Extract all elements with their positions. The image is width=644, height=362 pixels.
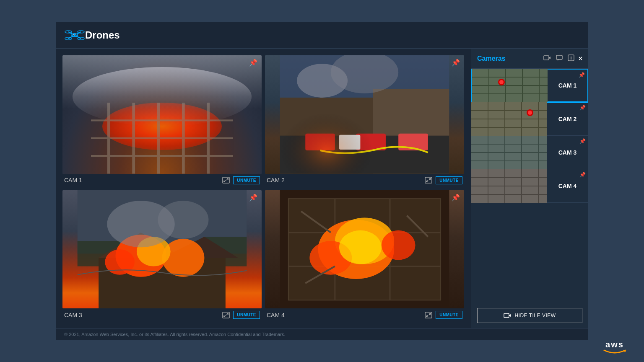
camera-list-label-4: CAM 4 bbox=[547, 181, 588, 191]
hide-tile-video-icon bbox=[504, 313, 511, 318]
sidebar-title: Cameras bbox=[477, 55, 506, 62]
expand-icon-cam4 bbox=[425, 312, 432, 318]
cam2-label: CAM 2 bbox=[267, 177, 425, 184]
svg-point-76 bbox=[571, 56, 571, 57]
video-grid: 📌 CAM 1 UNMUTE bbox=[56, 49, 471, 328]
aws-smile-icon bbox=[602, 349, 627, 355]
cam4-expand-btn[interactable] bbox=[425, 312, 432, 318]
svg-point-86 bbox=[499, 80, 504, 84]
camera-list-item-1[interactable]: CAM 1 📌 bbox=[471, 69, 588, 102]
header: Drones bbox=[56, 22, 588, 49]
video-controls-cam4: CAM 4 UNMUTE bbox=[265, 308, 464, 321]
video-frame-cam4: 📌 bbox=[265, 190, 464, 309]
expand-icon-cam3 bbox=[222, 312, 230, 318]
camera-pin-1: 📌 bbox=[579, 72, 585, 78]
pin-icon-cam4[interactable]: 📌 bbox=[452, 194, 460, 202]
svg-point-62 bbox=[382, 230, 415, 260]
svg-rect-67 bbox=[425, 312, 432, 318]
expand-icon-cam2 bbox=[425, 177, 432, 184]
sidebar-header: Cameras bbox=[471, 49, 588, 69]
cam3-unmute-btn[interactable]: UNMUTE bbox=[233, 311, 260, 319]
svg-point-12 bbox=[75, 34, 76, 35]
thumb-svg-4 bbox=[471, 169, 547, 203]
camera-pin-3: 📌 bbox=[579, 138, 586, 144]
video-icon bbox=[543, 55, 551, 61]
thumb-svg-3 bbox=[471, 136, 547, 169]
svg-point-46 bbox=[105, 249, 135, 275]
cam2-unmute-btn[interactable]: UNMUTE bbox=[436, 176, 462, 184]
video-frame-cam3: 📌 bbox=[62, 190, 262, 309]
footer: © 2021, Amazon Web Services, Inc. or its… bbox=[56, 328, 588, 340]
cam3-label: CAM 3 bbox=[64, 312, 222, 318]
video-frame-cam1: 📌 bbox=[62, 55, 262, 174]
pin-icon-cam3[interactable]: 📌 bbox=[249, 194, 257, 202]
scene-svg-cam4 bbox=[265, 190, 464, 309]
expand-icon-cam1 bbox=[222, 177, 230, 184]
chat-icon bbox=[556, 55, 563, 61]
pin-icon-cam1[interactable]: 📌 bbox=[249, 59, 257, 67]
video-cell-cam3: 📌 CAM 3 UNMUTE bbox=[62, 190, 262, 322]
camera-thumb-3 bbox=[471, 136, 547, 169]
camera-list-label-3: CAM 3 bbox=[547, 147, 588, 158]
thumb-svg-1 bbox=[472, 69, 548, 102]
camera-list-label-2: CAM 2 bbox=[547, 114, 588, 124]
video-feed-cam4 bbox=[265, 190, 464, 309]
smoke-overlay-cam1 bbox=[62, 55, 262, 109]
thumb-svg-2 bbox=[471, 102, 547, 136]
svg-rect-32 bbox=[280, 98, 373, 174]
video-feed-cam2 bbox=[265, 55, 464, 174]
svg-rect-72 bbox=[556, 55, 562, 59]
camera-list-item-3[interactable]: CAM 3 📌 bbox=[471, 136, 588, 169]
video-feed-cam1 bbox=[62, 55, 262, 174]
sidebar-info-icon-btn[interactable] bbox=[567, 54, 575, 63]
sidebar-video-icon-btn[interactable] bbox=[543, 54, 552, 63]
cam4-unmute-btn[interactable]: UNMUTE bbox=[436, 311, 462, 319]
video-cell-cam2: 📌 CAM 2 UNMUTE bbox=[265, 55, 464, 187]
cam1-expand-btn[interactable] bbox=[222, 177, 230, 184]
camera-list-item-4[interactable]: CAM 4 📌 bbox=[471, 169, 588, 203]
sidebar: Cameras bbox=[471, 49, 588, 328]
drone-logo bbox=[64, 27, 85, 44]
camera-pin-2: 📌 bbox=[579, 105, 586, 111]
camera-pin-4: 📌 bbox=[579, 172, 586, 178]
svg-point-49 bbox=[158, 201, 208, 239]
svg-rect-35 bbox=[425, 177, 432, 183]
camera-list-item-2[interactable]: CAM 2 📌 bbox=[471, 102, 588, 136]
cam3-expand-btn[interactable] bbox=[222, 312, 230, 318]
svg-point-11 bbox=[73, 34, 74, 35]
cam1-label: CAM 1 bbox=[64, 177, 222, 184]
video-cell-cam4: 📌 CAM 4 UNMUTE bbox=[265, 190, 464, 322]
camera-thumb-1 bbox=[472, 69, 548, 102]
sidebar-close-btn[interactable]: × bbox=[579, 55, 582, 62]
video-controls-cam1: CAM 1 UNMUTE bbox=[62, 174, 262, 187]
svg-rect-21 bbox=[223, 177, 229, 183]
svg-rect-113 bbox=[504, 313, 509, 318]
page-title: Drones bbox=[85, 29, 120, 41]
cam2-expand-btn[interactable] bbox=[425, 177, 432, 184]
sidebar-icons: × bbox=[543, 54, 582, 63]
hide-tile-label: HIDE TILE VIEW bbox=[514, 313, 556, 318]
cam1-unmute-btn[interactable]: UNMUTE bbox=[233, 176, 260, 184]
svg-rect-70 bbox=[544, 56, 549, 60]
video-feed-cam3 bbox=[62, 190, 262, 309]
aws-logo: aws bbox=[602, 340, 627, 355]
svg-rect-50 bbox=[223, 312, 229, 318]
video-controls-cam3: CAM 3 UNMUTE bbox=[62, 308, 262, 321]
scene-svg-cam3 bbox=[62, 190, 262, 309]
info-icon bbox=[568, 54, 574, 61]
camera-list-label-1: CAM 1 bbox=[548, 80, 587, 90]
video-frame-cam2: 📌 bbox=[265, 55, 464, 174]
camera-thumb-2 bbox=[471, 102, 547, 136]
svg-point-96 bbox=[528, 111, 532, 115]
video-cell-cam1: 📌 CAM 1 UNMUTE bbox=[62, 55, 262, 187]
sidebar-chat-icon-btn[interactable] bbox=[555, 54, 564, 63]
camera-list: CAM 1 📌 bbox=[471, 69, 588, 303]
camera-thumb-4 bbox=[471, 169, 547, 203]
footer-copyright: © 2021, Amazon Web Services, Inc. or its… bbox=[64, 332, 285, 337]
pin-icon-cam2[interactable]: 📌 bbox=[452, 59, 460, 67]
hide-tile-view-btn[interactable]: HIDE TILE VIEW bbox=[477, 308, 582, 323]
aws-text: aws bbox=[605, 340, 624, 349]
content-area: 📌 CAM 1 UNMUTE bbox=[56, 49, 588, 328]
svg-point-63 bbox=[339, 230, 382, 264]
video-controls-cam2: CAM 2 UNMUTE bbox=[265, 174, 464, 187]
